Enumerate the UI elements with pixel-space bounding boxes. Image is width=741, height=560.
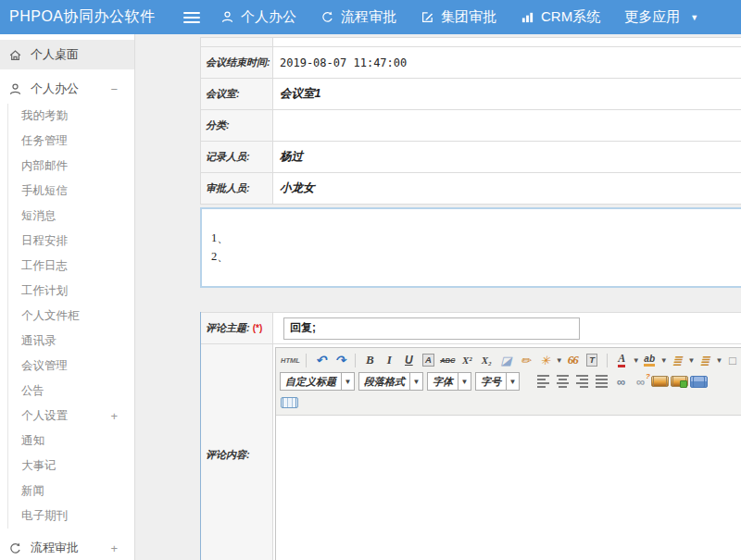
editor-content-area[interactable]: [276, 416, 741, 560]
net-image-icon[interactable]: [671, 376, 688, 387]
expand-icon[interactable]: +: [110, 541, 118, 555]
nav-process-approval[interactable]: 流程审批: [320, 8, 396, 26]
ordered-list-icon-dropdown[interactable]: ▼: [688, 356, 696, 365]
sidebar-item-personal-file-cabinet[interactable]: 个人文件柜: [8, 304, 134, 329]
paste-as-text-icon[interactable]: T: [584, 352, 601, 369]
caret-down-icon: ▼: [690, 13, 698, 22]
sidebar-item-mobile-sms[interactable]: 手机短信: [8, 179, 134, 204]
row-meeting-end-time: 会议结束时间:2019-08-07 11:47:00: [200, 47, 741, 79]
align-left-icon[interactable]: [534, 373, 552, 391]
align-right-icon[interactable]: [573, 373, 591, 391]
sidebar-item-personal-desktop[interactable]: 个人桌面: [0, 40, 134, 69]
sidebar-item-label: 通知: [21, 433, 44, 449]
insert-media-icon[interactable]: [690, 376, 708, 388]
paragraph-format-select[interactable]: 段落格式▼: [358, 372, 423, 391]
sidebar-item-work-log[interactable]: 工作日志: [8, 254, 134, 279]
blockquote-icon[interactable]: 66: [564, 352, 582, 369]
sidebar-item-work-plan[interactable]: 工作计划: [8, 279, 134, 304]
sidebar-item-my-attendance[interactable]: 我的考勤: [8, 104, 134, 129]
comment-subject-row: 评论主题: (*): [201, 312, 741, 343]
heading-select[interactable]: 自定义标题▼: [280, 372, 355, 391]
superscript-icon[interactable]: X²: [458, 352, 476, 369]
font-size-select[interactable]: 字号▼: [475, 372, 520, 391]
comment-form-table: 评论主题: (*) 评论内容: HTML↶↷BIUAABCX²X₂◪✏✳▼66T…: [200, 312, 741, 560]
link-icon[interactable]: ∞: [612, 373, 630, 391]
chart-icon: [521, 10, 534, 24]
sidebar-item-news[interactable]: 新闻: [8, 479, 134, 504]
edit-icon: [421, 10, 434, 24]
new-page-icon[interactable]: □: [723, 352, 741, 369]
caret-down-icon[interactable]: ▼: [458, 373, 471, 390]
nav-group-approval[interactable]: 集团审批: [421, 8, 496, 26]
sidebar-item-short-message[interactable]: 短消息: [8, 204, 134, 229]
source-code-button[interactable]: HTML: [281, 352, 300, 369]
sidebar-item-task-management[interactable]: 任务管理: [8, 129, 134, 154]
sidebar-item-announcement[interactable]: 公告: [8, 379, 134, 404]
sidebar-item-contacts[interactable]: 通讯录: [8, 329, 134, 354]
hamburger-icon[interactable]: [183, 12, 200, 23]
sidebar-group-process-approval[interactable]: 流程审批 +: [0, 533, 134, 560]
comment-subject-input[interactable]: [283, 317, 580, 340]
underline-icon[interactable]: U: [400, 352, 418, 369]
nav-item-label: 个人办公: [241, 8, 296, 26]
ordered-list-icon[interactable]: ≣: [669, 352, 686, 369]
undo-icon[interactable]: ↶: [312, 352, 330, 369]
remove-format-eraser-icon[interactable]: ◪: [497, 352, 515, 369]
sidebar-item-memorabilia[interactable]: 大事记: [8, 454, 134, 479]
insert-table-icon[interactable]: [281, 397, 298, 408]
sidebar-item-label: 会议管理: [21, 358, 68, 374]
sidebar-item-label: 手机短信: [21, 183, 68, 199]
caret-down-icon[interactable]: ▼: [506, 373, 519, 390]
sidebar-item-label: 个人桌面: [31, 46, 79, 63]
meeting-detail-table: 会议结束时间:2019-08-07 11:47:00会议室:会议室1分类:记录人…: [200, 37, 741, 205]
minutes-line: 1、: [211, 229, 741, 247]
clean-html-brush-icon[interactable]: ✏: [517, 352, 534, 369]
sidebar-item-meeting-management[interactable]: 会议管理: [8, 354, 134, 379]
field-label: 记录人员:: [201, 142, 273, 172]
sidebar-item-e-journal[interactable]: 电子期刊: [8, 504, 134, 529]
bold-icon[interactable]: B: [361, 352, 379, 369]
home-icon: [8, 48, 22, 62]
nav-personal-office[interactable]: 个人办公: [220, 8, 296, 26]
quick-format-wand-icon[interactable]: ✳: [536, 352, 554, 369]
sidebar-item-label: 工作计划: [21, 283, 68, 299]
unlink-icon[interactable]: ∞: [632, 373, 649, 391]
nav-item-label: 集团审批: [441, 8, 496, 26]
separator: [306, 354, 307, 367]
sidebar-item-schedule[interactable]: 日程安排: [8, 229, 134, 254]
font-family-select[interactable]: 字体▼: [427, 372, 471, 391]
strikethrough-icon[interactable]: ABC: [439, 352, 457, 369]
sidebar-item-label: 通讯录: [21, 333, 57, 349]
nav-more-apps[interactable]: 更多应用▼: [624, 8, 698, 26]
font-color-icon-dropdown[interactable]: ▼: [633, 356, 640, 365]
process-icon: [320, 10, 334, 24]
process-icon: [8, 541, 22, 555]
redo-icon[interactable]: ↷: [332, 352, 349, 369]
align-justify-icon[interactable]: [593, 373, 610, 391]
highlight-color-icon-dropdown[interactable]: ▼: [660, 356, 668, 365]
expand-icon[interactable]: +: [110, 409, 118, 423]
highlight-color-icon[interactable]: ab: [641, 352, 659, 369]
field-value: [273, 110, 741, 141]
sidebar-item-personal-settings[interactable]: 个人设置+: [8, 404, 134, 429]
nav-crm-system[interactable]: CRM系统: [521, 8, 600, 26]
align-center-icon[interactable]: [554, 373, 571, 391]
quick-format-wand-icon-dropdown[interactable]: ▼: [556, 356, 563, 365]
caret-down-icon[interactable]: ▼: [409, 373, 422, 390]
nav-item-label: 更多应用: [624, 8, 680, 26]
unordered-list-icon-dropdown[interactable]: ▼: [716, 356, 723, 365]
insert-image-icon[interactable]: [651, 376, 669, 387]
italic-icon[interactable]: I: [381, 352, 398, 369]
font-style-icon[interactable]: A: [420, 352, 437, 369]
sidebar-item-internal-mail[interactable]: 内部邮件: [8, 154, 134, 179]
app-logo[interactable]: PHPOA协同办公软件: [0, 7, 176, 27]
sidebar-item-notification[interactable]: 通知: [8, 429, 134, 454]
editor-toolbar: HTML↶↷BIUAABCX²X₂◪✏✳▼66TA▼ab▼≣▼≣▼□ 自定义标题…: [276, 348, 741, 416]
unordered-list-icon[interactable]: ≣: [697, 352, 714, 369]
font-color-icon[interactable]: A: [613, 352, 631, 369]
caret-down-icon[interactable]: ▼: [341, 373, 354, 390]
subscript-icon[interactable]: X₂: [478, 352, 496, 369]
sidebar-group-personal-office[interactable]: 个人办公 −: [0, 74, 134, 104]
field-value: 会议室1: [273, 79, 741, 109]
collapse-icon[interactable]: −: [110, 82, 118, 96]
